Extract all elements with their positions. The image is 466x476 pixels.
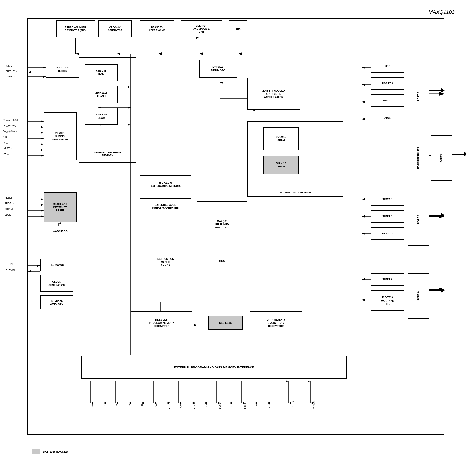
sig-pcs1: PCS1 [155, 403, 157, 408]
sig-hfxin: HFXIN → [6, 263, 16, 265]
code-integrity-box: EXTERNAL CODEINTEGRITY CHECKER [140, 198, 191, 215]
sig-pcs2: PCS2 [180, 403, 182, 408]
sig-gnd: GND → [3, 136, 12, 138]
sig-vddo: VDDO → [3, 141, 12, 145]
legend-label: BATTERY BACKED [43, 450, 68, 453]
reset-box: RESET ANDDESTRUCTRESET [44, 192, 77, 222]
sig-dcs2n: DCS2N [244, 402, 246, 409]
osc55-box: INTERNAL55MHz OSC [199, 59, 237, 78]
sig-ad: AD[19:0] [313, 401, 315, 410]
osc20-box: INTERNAL20MHz OSC [40, 295, 73, 309]
sig-pcs2n: PCS2N [193, 402, 196, 409]
sig-pes1: PES1 [255, 403, 258, 408]
flash-box: 256K x 16FLASH [85, 86, 118, 103]
sig-dcs2: DCS2 [230, 402, 233, 408]
sig-32kout: 32KOUT ← [6, 70, 18, 73]
sig-pf: P̄F̄ → [3, 153, 9, 155]
port1-arrowhead [441, 213, 445, 218]
sig-pcs1n: PCS1N [168, 402, 171, 409]
pll-box: PLL (4X/2X̄) [40, 259, 73, 271]
sig-vrst: V̄RST → [3, 147, 12, 150]
timer0-box: TIMER 0 [371, 273, 404, 286]
sig-dcs1n: DCS1N [219, 402, 221, 409]
sig-reset: RESET ← [5, 197, 15, 199]
timer3-box: TIMER 3 [371, 210, 404, 223]
sram-512-box: 512 x 16SRAM [263, 156, 299, 174]
port1-box: PORT 1 [408, 193, 429, 246]
jtag-box: JTAG [371, 112, 404, 124]
sig-ed: ED[31:0] [291, 401, 293, 410]
usart1-box: USART 1 [371, 227, 404, 240]
sram-prog-box: 1.5K x 16SRAM [85, 108, 118, 125]
sig-pes2: PES2 [268, 403, 270, 408]
port2-box: PORT 2 [431, 135, 452, 181]
edge-int-box: EDGE INTERRUPTS [408, 140, 429, 176]
rng-box: REAL-TIME CLOCK RANDOM-NUMBERGENERATOR (… [56, 20, 95, 37]
page: MAXQ1103 [0, 0, 466, 476]
port3-arrowhead [441, 88, 445, 93]
sig-sdi: SDI[1:7] → [5, 208, 16, 210]
sig-gnd2: GND2 → [6, 75, 15, 78]
modulo-arith-box: 2048-BIT MODULOARITHMETICACCELERATOR [247, 78, 300, 110]
mmu-box: MMU [197, 252, 247, 270]
sig-vbat: VBAT (+3V) → [3, 130, 18, 133]
clock-gen-box: CLOCKGENERATION [40, 275, 73, 292]
sig-b1: B1 [116, 404, 118, 407]
port2-arrow [452, 154, 466, 155]
crc-box: CRC-16/32GENERATOR [98, 20, 132, 37]
sig-32kin: 32KIN → [6, 65, 15, 68]
ipm-label: INTERNAL PROGRAMMEMORY [81, 151, 134, 157]
usb-box: USB [371, 60, 404, 73]
sig-b3: B3 [140, 404, 143, 407]
power-supply-box: POWER-SUPPLYMONITORING [44, 112, 77, 160]
sig-hfxout: HFXOUT ← [6, 268, 18, 271]
sram-16k-box: 16K x 16SRAM [263, 127, 299, 150]
sig-b0: B0 [103, 404, 105, 407]
usart0-box: USART 0 [371, 77, 404, 90]
rtc-box: REAL-TIMECLOCK [46, 61, 79, 78]
sig-rw: R/W [91, 403, 93, 407]
sig-b2: B2 [128, 404, 130, 407]
idm-label: INTERNAL DATA MEMORY [252, 191, 339, 194]
sig-vddio: VDDIO (+3.3V) → [3, 119, 21, 122]
timer1-box: TIMER 1 [371, 193, 404, 206]
inst-cache-box: INSTRUCTIONCACHE2K x 16 [140, 252, 191, 272]
data-encrypt-box: DATA MEMORYENCRYPTOR/DECRYPTOR [250, 311, 302, 334]
watchdog-box: WATCHDOG [47, 226, 73, 237]
des-engine-box: DES/3DESUSER ENGINE [140, 20, 174, 37]
mac-box: MULTIPLY-ACCUMULATEUNIT [181, 20, 222, 37]
des-prog-decrypt-box: DES/3DESPROGRAM MEMORYDECRYPTOR [130, 311, 192, 334]
iso7816-box: ISO 7816UART ANDFIFO [371, 290, 404, 311]
legend-swatch [32, 449, 40, 454]
rom-box: 16K x 16ROM [85, 64, 118, 81]
sig-vdd: VDD (+1.8V) → [3, 124, 19, 128]
sig-dcs1: DCS1 [205, 402, 208, 408]
sig-prog: PROG → [5, 202, 14, 205]
des-keys-box: DES KEYS [208, 316, 243, 330]
risc-core-box: MAXQ30PIPELINEDRISC CORE [197, 201, 247, 247]
timer2-box: TIMER 2 [371, 94, 404, 107]
chip-name: MAXQ1103 [429, 9, 454, 15]
port3-box: PORT 3 [408, 60, 429, 133]
port2-arrowhead [464, 152, 466, 156]
sha-box: SHA [229, 20, 247, 37]
port0-arrowhead [441, 288, 445, 293]
temp-box: HIGH/LOWTEMPERATURE SENSORS [140, 175, 191, 194]
port0-box: PORT 0 [408, 273, 429, 319]
legend-area: BATTERY BACKED [32, 449, 68, 454]
sig-sdbe: SDBE → [5, 214, 14, 216]
ext-mem-box: EXTERNAL PROGRAM AND DATA MEMORY INTERFA… [81, 356, 347, 379]
